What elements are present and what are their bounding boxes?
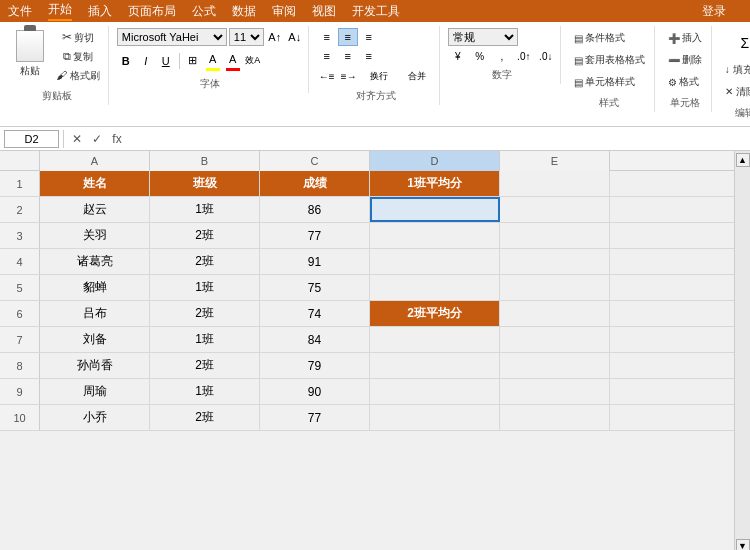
row-header-1[interactable]: 1 bbox=[0, 171, 40, 196]
increase-decimal-button[interactable]: .0↑ bbox=[514, 48, 534, 64]
font-size-select[interactable]: 11 bbox=[229, 28, 264, 46]
sum-button[interactable]: Σ bbox=[720, 28, 750, 58]
tab-formula[interactable]: 公式 bbox=[192, 3, 216, 20]
cell-2-4[interactable] bbox=[370, 197, 500, 222]
increase-indent-button[interactable]: ≡→ bbox=[339, 67, 359, 85]
row-header-10[interactable]: 10 bbox=[0, 405, 40, 430]
row-header-8[interactable]: 8 bbox=[0, 353, 40, 378]
cell-10-4[interactable] bbox=[370, 405, 500, 430]
cell-9-1[interactable]: 周瑜 bbox=[40, 379, 150, 404]
tab-start[interactable]: 开始 bbox=[48, 1, 72, 21]
font-color-button[interactable]: A bbox=[224, 50, 242, 68]
cell-5-3[interactable]: 75 bbox=[260, 275, 370, 300]
insert-button[interactable]: ➕插入 bbox=[663, 28, 707, 48]
border-button[interactable]: ⊞ bbox=[184, 52, 202, 70]
cell-8-5[interactable] bbox=[500, 353, 610, 378]
cell-10-5[interactable] bbox=[500, 405, 610, 430]
cell-6-5[interactable] bbox=[500, 301, 610, 326]
cell-3-5[interactable] bbox=[500, 223, 610, 248]
row-header-2[interactable]: 2 bbox=[0, 197, 40, 222]
cell-5-1[interactable]: 貂蝉 bbox=[40, 275, 150, 300]
cell-3-1[interactable]: 关羽 bbox=[40, 223, 150, 248]
scroll-down-button[interactable]: ▼ bbox=[736, 539, 750, 550]
cell-8-4[interactable] bbox=[370, 353, 500, 378]
format-button[interactable]: ⚙格式 bbox=[663, 72, 707, 92]
cell-7-1[interactable]: 刘备 bbox=[40, 327, 150, 352]
cancel-formula-button[interactable]: ✕ bbox=[68, 130, 86, 148]
cell-7-3[interactable]: 84 bbox=[260, 327, 370, 352]
row-header-7[interactable]: 7 bbox=[0, 327, 40, 352]
format-painter-button[interactable]: 🖌 格式刷 bbox=[52, 67, 104, 85]
cell-1-4[interactable]: 1班平均分 bbox=[370, 171, 500, 196]
delete-button[interactable]: ➖删除 bbox=[663, 50, 707, 70]
align-mid-right-button[interactable]: ≡ bbox=[359, 47, 379, 65]
tab-page-layout[interactable]: 页面布局 bbox=[128, 3, 176, 20]
cut-button[interactable]: ✂ 剪切 bbox=[52, 28, 104, 47]
col-header-a[interactable]: A bbox=[40, 151, 150, 171]
tab-insert[interactable]: 插入 bbox=[88, 3, 112, 20]
cell-4-2[interactable]: 2班 bbox=[150, 249, 260, 274]
increase-font-button[interactable]: A↑ bbox=[266, 28, 284, 46]
cell-9-4[interactable] bbox=[370, 379, 500, 404]
merge-cells-button[interactable]: 合并 bbox=[399, 67, 435, 85]
align-mid-center-button[interactable]: ≡ bbox=[338, 47, 358, 65]
cell-2-3[interactable]: 86 bbox=[260, 197, 370, 222]
cell-reference-input[interactable]: D2 bbox=[4, 130, 59, 148]
cell-6-2[interactable]: 2班 bbox=[150, 301, 260, 326]
fill-button[interactable]: ↓ 填充 bbox=[720, 60, 750, 80]
cell-9-2[interactable]: 1班 bbox=[150, 379, 260, 404]
italic-button[interactable]: I bbox=[137, 52, 155, 70]
underline-button[interactable]: U bbox=[157, 52, 175, 70]
cell-8-3[interactable]: 79 bbox=[260, 353, 370, 378]
cell-10-1[interactable]: 小乔 bbox=[40, 405, 150, 430]
cell-5-2[interactable]: 1班 bbox=[150, 275, 260, 300]
cell-9-5[interactable] bbox=[500, 379, 610, 404]
row-header-9[interactable]: 9 bbox=[0, 379, 40, 404]
cell-9-3[interactable]: 90 bbox=[260, 379, 370, 404]
paste-button[interactable]: 粘贴 bbox=[10, 28, 50, 80]
clear-button[interactable]: ✕ 清除 bbox=[720, 82, 750, 102]
align-top-left-button[interactable]: ≡ bbox=[317, 28, 337, 46]
decrease-indent-button[interactable]: ←≡ bbox=[317, 67, 337, 85]
cell-6-4[interactable]: 2班平均分 bbox=[370, 301, 500, 326]
tab-developer[interactable]: 开发工具 bbox=[352, 3, 400, 20]
scroll-up-button[interactable]: ▲ bbox=[736, 153, 750, 167]
copy-button[interactable]: ⧉ 复制 bbox=[52, 48, 104, 66]
cell-2-1[interactable]: 赵云 bbox=[40, 197, 150, 222]
cell-1-1[interactable]: 姓名 bbox=[40, 171, 150, 196]
tab-view[interactable]: 视图 bbox=[312, 3, 336, 20]
tab-data[interactable]: 数据 bbox=[232, 3, 256, 20]
decrease-decimal-button[interactable]: .0↓ bbox=[536, 48, 556, 64]
align-top-right-button[interactable]: ≡ bbox=[359, 28, 379, 46]
cell-8-1[interactable]: 孙尚香 bbox=[40, 353, 150, 378]
col-header-b[interactable]: B bbox=[150, 151, 260, 171]
conditional-format-button[interactable]: ▤条件格式 bbox=[569, 28, 650, 48]
cell-10-2[interactable]: 2班 bbox=[150, 405, 260, 430]
cell-3-3[interactable]: 77 bbox=[260, 223, 370, 248]
cell-7-4[interactable] bbox=[370, 327, 500, 352]
cell-5-4[interactable] bbox=[370, 275, 500, 300]
percent-button[interactable]: % bbox=[470, 48, 490, 64]
align-mid-left-button[interactable]: ≡ bbox=[317, 47, 337, 65]
fill-color-button[interactable]: A bbox=[204, 50, 222, 68]
confirm-formula-button[interactable]: ✓ bbox=[88, 130, 106, 148]
bold-button[interactable]: B bbox=[117, 52, 135, 70]
vertical-scrollbar[interactable]: ▲ ▼ bbox=[734, 151, 750, 550]
cell-1-2[interactable]: 班级 bbox=[150, 171, 260, 196]
insert-function-button[interactable]: fx bbox=[108, 130, 126, 148]
cell-1-3[interactable]: 成绩 bbox=[260, 171, 370, 196]
col-header-d[interactable]: D bbox=[370, 151, 500, 171]
cell-7-5[interactable] bbox=[500, 327, 610, 352]
align-top-center-button[interactable]: ≡ bbox=[338, 28, 358, 46]
decrease-font-button[interactable]: A↓ bbox=[286, 28, 304, 46]
cell-4-5[interactable] bbox=[500, 249, 610, 274]
cell-2-5[interactable] bbox=[500, 197, 610, 222]
font-family-select[interactable]: Microsoft YaHei bbox=[117, 28, 227, 46]
wrap-text-button[interactable]: 换行 bbox=[361, 67, 397, 85]
cell-4-4[interactable] bbox=[370, 249, 500, 274]
login-button[interactable]: 登录 bbox=[702, 3, 726, 20]
row-header-3[interactable]: 3 bbox=[0, 223, 40, 248]
row-header-4[interactable]: 4 bbox=[0, 249, 40, 274]
cell-styles-button[interactable]: ▤单元格样式 bbox=[569, 72, 650, 92]
cell-6-1[interactable]: 吕布 bbox=[40, 301, 150, 326]
